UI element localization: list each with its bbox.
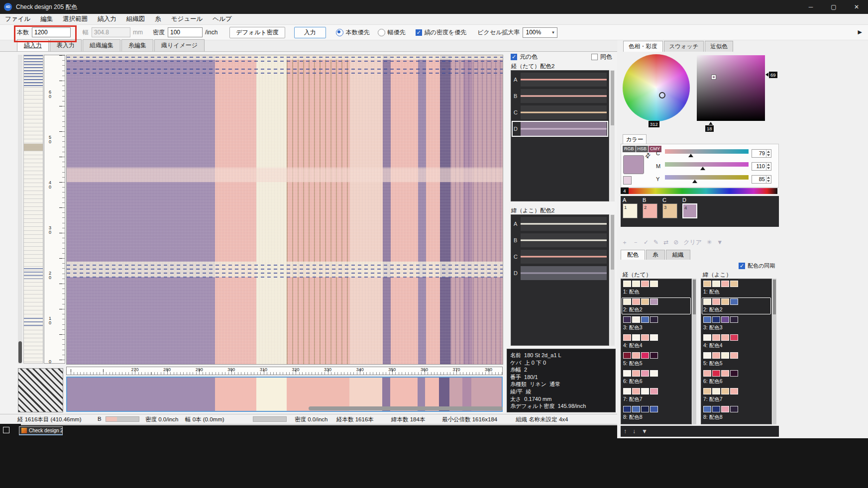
scheme-swatch	[623, 370, 631, 377]
slider-label-C: C	[656, 150, 662, 156]
scheme-item-label: 2: 配色2	[703, 306, 771, 313]
scheme-swatches	[623, 298, 691, 306]
slider-track-M[interactable]	[665, 162, 749, 167]
weft-list-scrollbar[interactable]	[772, 279, 776, 424]
scheme-item[interactable]: 8: 配色8	[701, 404, 771, 422]
slider-value-M[interactable]: 110	[752, 162, 771, 171]
scheme-item-label: 5: 配色5	[703, 360, 771, 367]
picker-tab-色相・彩度[interactable]: 色相・彩度	[623, 41, 663, 52]
scheme-item[interactable]: 3: 配色3	[701, 315, 771, 333]
slider-track-C[interactable]	[665, 149, 749, 154]
scheme-swatches	[623, 281, 691, 288]
spinner-icon[interactable]	[766, 176, 771, 183]
picker-tab-スウォッチ[interactable]: スウォッチ	[664, 41, 704, 52]
mode-RGB[interactable]: RGB	[623, 146, 636, 152]
slider-marker-icon[interactable]	[688, 154, 693, 157]
scheme-swatch	[721, 370, 729, 377]
scheme-swatch	[632, 352, 640, 359]
scheme-swatch	[721, 316, 729, 323]
palette-letter: C	[662, 197, 680, 203]
scheme-swatch	[721, 388, 729, 394]
scheme-tab-配色[interactable]: 配色	[621, 250, 645, 260]
scheme-swatch	[730, 352, 738, 359]
hue-marker[interactable]	[659, 92, 665, 98]
scheme-item[interactable]: 6: 配色6	[621, 369, 691, 387]
tool-icon-8[interactable]: ▼	[717, 239, 723, 246]
scheme-swatch	[632, 334, 640, 341]
preview-hscrollbar[interactable]	[309, 406, 503, 410]
tool-icon-6[interactable]: クリア	[683, 238, 702, 247]
secondary-color-swatch[interactable]	[623, 176, 632, 185]
move-down-icon[interactable]: ↓	[633, 428, 636, 435]
tool-icon-5[interactable]: ⊘	[673, 239, 678, 246]
scheme-swatch	[730, 370, 738, 377]
scheme-swatch	[632, 388, 640, 394]
scheme-swatch	[650, 281, 658, 287]
scheme-swatch	[641, 370, 649, 377]
palette-swatch[interactable]: 1	[623, 203, 638, 218]
scheme-swatch	[623, 406, 631, 412]
palette-slot-C[interactable]: C3	[662, 197, 680, 227]
palette-slot-A[interactable]: A1	[623, 197, 641, 227]
scheme-item[interactable]: 6: 配色6	[701, 369, 771, 387]
scheme-swatch	[641, 298, 649, 305]
abcd-swatch-panel: A1B2C3D4	[621, 196, 779, 227]
slider-value-Y[interactable]: 85	[752, 175, 771, 184]
tool-icon-1[interactable]: －	[633, 238, 639, 247]
scheme-swatches	[623, 334, 691, 342]
move-up-icon[interactable]: ↑	[624, 428, 627, 435]
scheme-swatch	[632, 370, 640, 377]
palette-slot-D[interactable]: D4	[682, 197, 700, 227]
scheme-item[interactable]: 7: 配色7	[701, 387, 771, 404]
slider-marker-icon[interactable]	[700, 167, 705, 170]
palette-swatch[interactable]: 3	[662, 203, 677, 218]
scheme-item[interactable]: 5: 配色5	[701, 351, 771, 369]
saturation-brightness-square[interactable]	[697, 55, 765, 121]
scheme-swatches	[703, 406, 771, 413]
sb-marker[interactable]	[712, 75, 716, 79]
scheme-item[interactable]: 5: 配色5	[621, 351, 691, 369]
scheme-item[interactable]: 7: 配色7	[621, 387, 691, 404]
scheme-item[interactable]: 1: 配色	[621, 279, 691, 297]
tool-icon-0[interactable]: ＋	[622, 238, 628, 247]
scheme-item[interactable]: 1: 配色	[701, 279, 771, 297]
warp-list-scrollbar[interactable]	[692, 279, 696, 424]
scheme-swatches	[623, 316, 691, 324]
tool-icon-4[interactable]: ⇄	[663, 239, 668, 246]
scheme-tab-糸[interactable]: 糸	[646, 250, 665, 260]
tool-icon-2[interactable]: ✓	[644, 239, 649, 246]
slider-track-Y[interactable]	[665, 175, 749, 180]
picker-tabs: 色相・彩度スウォッチ近似色	[623, 41, 734, 52]
scheme-item[interactable]: 4: 配色4	[621, 333, 691, 351]
hue-band[interactable]	[629, 188, 777, 194]
picker-tab-近似色[interactable]: 近似色	[705, 41, 733, 52]
scheme-item[interactable]: 3: 配色3	[621, 315, 691, 333]
tool-icon-3[interactable]: ✎	[653, 239, 658, 246]
palette-slot-B[interactable]: B2	[643, 197, 660, 227]
scheme-swatch	[712, 388, 720, 394]
scheme-tab-組織[interactable]: 組織	[666, 250, 690, 260]
spinner-icon[interactable]	[766, 163, 771, 170]
list-menu-icon[interactable]: ▼	[642, 428, 648, 435]
color-tab[interactable]: カラー	[623, 134, 647, 144]
sync-checkbox[interactable]	[739, 263, 745, 269]
palette-letter: A	[623, 197, 641, 203]
slider-value-C[interactable]: 79	[752, 149, 771, 158]
scheme-swatches	[703, 334, 771, 342]
scheme-item[interactable]: 2: 配色2	[621, 297, 691, 315]
palette-swatch[interactable]: 2	[643, 203, 657, 218]
scheme-item[interactable]: 4: 配色4	[701, 333, 771, 351]
hue-wheel[interactable]	[623, 54, 690, 121]
scheme-swatch	[623, 352, 631, 359]
scheme-item[interactable]: 2: 配色2	[701, 297, 771, 315]
spinner-icon[interactable]	[766, 150, 771, 157]
scheme-swatch	[703, 334, 711, 341]
scheme-swatches	[623, 352, 691, 360]
slider-marker-icon[interactable]	[692, 180, 697, 183]
scheme-item[interactable]: 8: 配色8	[621, 404, 691, 422]
current-color-swatch[interactable]	[623, 155, 644, 174]
scheme-swatches	[703, 281, 771, 288]
palette-swatch[interactable]: 4	[682, 203, 697, 218]
tool-icon-7[interactable]: ✳	[707, 239, 712, 246]
slider-value-text-C: 79	[752, 150, 766, 156]
